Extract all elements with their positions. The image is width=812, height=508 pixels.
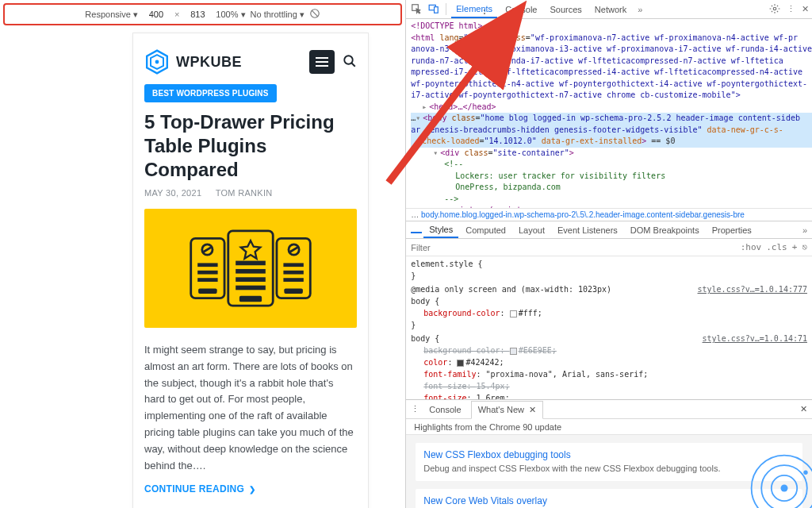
dom-line: OnePress, bizpanda.com [411,182,812,194]
dom-line: Lockers: user tracker for visibility fil… [411,171,812,183]
subtab-dom-breakpoints[interactable]: DOM Breakpoints [625,223,705,237]
styles-filter-input[interactable] [411,243,498,252]
subtab-computed[interactable]: Computed [460,223,511,237]
svg-rect-26 [239,296,262,302]
post-title[interactable]: 5 Top-Drawer Pricing Table Plugins Compa… [144,110,357,182]
mobile-menu-button[interactable] [309,50,335,74]
zoom-select[interactable]: 100% ▾ [216,10,245,20]
devtools-close-icon[interactable]: ✕ [802,4,809,14]
svg-point-7 [344,56,353,64]
throttling-select[interactable]: No throttling ▾ [251,10,304,20]
elements-breadcrumb[interactable]: … body.home.blog.logged-in.wp-schema-pro… [406,208,812,221]
svg-rect-4 [316,57,328,59]
tab-console[interactable]: Console [500,2,542,17]
pin-icon[interactable]: ⎋ [802,242,807,252]
continue-reading-link[interactable]: CONTINUE READING ❯ [144,483,255,495]
viewport-width-input[interactable] [143,10,170,19]
svg-line-15 [290,248,297,252]
hamburger-icon [316,56,328,67]
svg-point-37 [803,471,807,475]
rotate-icon[interactable] [309,8,320,21]
drawer-tab-console[interactable]: Console [423,402,467,418]
styles-subtabs: Styles Computed Layout Event Listeners D… [406,221,812,239]
cls-toggle[interactable]: .cls [766,242,787,252]
elements-panel[interactable]: <!DOCTYPE html> <html lang="en-US" class… [406,19,812,208]
svg-rect-20 [283,271,303,275]
dom-line: anova-n3-active wf-proximanova-i3-active… [411,44,812,56]
search-button[interactable] [343,54,357,71]
wpkube-logo-icon [144,49,170,75]
device-toolbar-highlight: Responsive ▾ × 100% ▾ No throttling ▾ [3,3,402,25]
whatsnew-card[interactable]: New CSS Flexbox debugging tools Debug an… [416,443,802,481]
source-link[interactable]: style.css?v…=1.0.14:777 [698,283,807,295]
svg-line-8 [351,63,355,67]
subtab-styles[interactable]: Styles [423,222,458,238]
post-date: MAY 30, 2021 [144,188,201,198]
post-hero-image [144,209,357,328]
viewport-height-input[interactable] [184,10,211,19]
tab-elements[interactable]: Elements [451,1,497,18]
devtools-top-bar: Elements Console Sources Network » ⋮ ✕ [406,0,812,19]
site-brand-text: WPKUBE [176,54,242,71]
subtab-layout[interactable]: Layout [513,223,550,237]
device-toolbar: Responsive ▾ × 100% ▾ No throttling ▾ [5,6,400,22]
post-category-badge[interactable]: BEST WORDPRESS PLUGINS [144,84,277,102]
svg-rect-18 [197,278,217,282]
svg-rect-23 [236,269,266,274]
svg-line-13 [204,248,211,252]
site-logo[interactable]: WPKUBE [144,49,242,75]
dom-line: <!-- [411,159,812,171]
source-link[interactable]: style.css?v…=1.0.14:71 [703,333,807,344]
dom-line[interactable]: ▾<div class="site-container"> [411,148,812,160]
svg-rect-21 [283,278,303,282]
responsive-select[interactable]: Responsive ▾ [85,10,138,20]
settings-icon[interactable] [769,3,780,16]
svg-rect-5 [316,61,328,63]
subtab-event-listeners[interactable]: Event Listeners [552,223,623,237]
tabs-overflow-icon[interactable]: » [634,5,645,14]
search-icon [343,54,357,68]
post-excerpt: It might seem strange to say, but pricin… [144,342,357,474]
post-author[interactable]: TOM RANKIN [216,188,273,198]
dom-line[interactable]: <html lang="en-US" class="wf-proximanova… [411,33,812,44]
svg-rect-22 [236,261,266,266]
dom-line: --> [411,194,812,206]
dom-line[interactable]: <!DOCTYPE html> [411,21,812,33]
whatsnew-decor-icon [749,452,812,508]
drawer-menu-icon[interactable]: ⋮ [411,404,419,414]
emulated-viewport: WPKUBE BEST WORDPRESS PLUGINS 5 Top- [133,33,368,508]
svg-rect-6 [316,65,328,67]
whatsnew-card-title: New Core Web Vitals overlay [423,495,795,506]
svg-rect-17 [197,271,217,275]
whatsnew-card[interactable]: New Core Web Vitals overlay Visualize pa… [416,489,802,508]
dom-line[interactable]: ▸<head>…</head> [411,102,812,114]
whatsnew-heading: Highlights from the Chrome 90 update [406,419,812,435]
subtab-properties[interactable]: Properties [707,223,757,237]
svg-point-32 [773,7,776,10]
tab-sources[interactable]: Sources [545,2,586,17]
new-style-rule-icon[interactable]: + [792,242,798,252]
drawer-tab-whatsnew[interactable]: What's New ✕ [471,401,543,419]
inspect-element-icon[interactable] [409,3,423,16]
devtools-menu-icon[interactable]: ⋮ [787,4,795,14]
subtabs-overflow-icon[interactable]: » [802,225,807,235]
dom-line: runda-n7-active wf-runda-i7-active wf-lf… [411,56,812,67]
svg-rect-28 [284,288,303,294]
subtab-styles[interactable] [411,227,422,233]
svg-rect-25 [236,286,266,291]
tab-network[interactable]: Network [590,2,631,17]
dom-line-selected[interactable]: …▾<body class="home blog logged-in wp-sc… [411,113,812,125]
dom-line: wf-poyntergothictext-n4-active wf-poynte… [411,79,812,90]
chevron-right-icon: ❯ [249,485,255,494]
styles-panel[interactable]: element.style { } style.css?v…=1.0.14:77… [406,256,812,399]
whatsnew-card-title: New CSS Flexbox debugging tools [423,449,795,460]
drawer-close-icon[interactable]: ✕ [800,404,807,414]
hov-toggle[interactable]: :hov [741,242,762,252]
dom-line: mpressed-i7-active wf-lfteticacompressed… [411,67,812,79]
dim-separator: × [174,10,179,19]
pricing-table-illustration-icon [187,225,314,312]
whatsnew-card-body: Debug and inspect CSS Flexbox with the n… [423,463,795,475]
svg-rect-19 [283,263,303,267]
toggle-device-toolbar-icon[interactable] [427,3,441,16]
svg-point-3 [155,60,159,64]
